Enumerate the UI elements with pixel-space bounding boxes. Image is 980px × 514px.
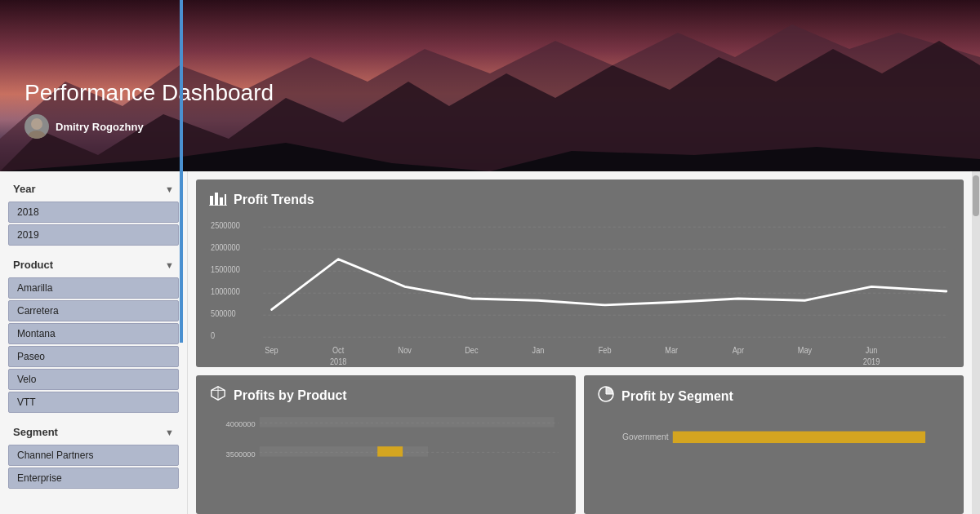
svg-text:0: 0 — [211, 331, 215, 341]
product-item-carretera[interactable]: Carretera — [8, 300, 179, 321]
svg-rect-6 — [210, 196, 213, 206]
svg-rect-7 — [215, 193, 218, 206]
svg-text:Dec: Dec — [465, 346, 478, 356]
profit-by-segment-chart: Government — [597, 415, 951, 497]
product-item-montana[interactable]: Montana — [8, 323, 179, 344]
svg-rect-49 — [673, 432, 925, 443]
svg-text:Mar: Mar — [665, 346, 679, 356]
segment-item-channel-partners[interactable]: Channel Partners — [8, 445, 179, 466]
profit-trends-card: Profit Trends 2500000 2000000 1500000 10… — [196, 179, 964, 367]
svg-rect-44 — [377, 446, 403, 456]
profit-by-segment-header: Profit by Segment — [597, 385, 951, 407]
svg-text:1500000: 1500000 — [211, 265, 240, 275]
bottom-charts: Profits by Product 4000000 3500000 — [196, 375, 964, 514]
year-item-2018[interactable]: 2018 — [8, 202, 179, 223]
profits-by-product-chart: 4000000 3500000 — [209, 414, 563, 495]
segment-item-enterprise[interactable]: Enterprise — [8, 467, 179, 489]
profit-trends-title: Profit Trends — [234, 193, 314, 207]
left-accent-bar — [180, 0, 183, 343]
svg-text:Feb: Feb — [599, 346, 612, 356]
avatar — [24, 114, 49, 139]
svg-text:500000: 500000 — [211, 309, 236, 319]
header: Performance Dashboard Dmitry Rogozhny — [0, 0, 980, 171]
product-filter-label: Product — [13, 259, 53, 271]
product-filter-section: Product ▼ Amarilla Carretera Montana Pas… — [8, 255, 179, 413]
page-title: Performance Dashboard — [24, 80, 274, 106]
product-item-amarilla[interactable]: Amarilla — [8, 277, 179, 299]
svg-text:2000000: 2000000 — [211, 243, 240, 253]
svg-text:May: May — [798, 346, 812, 356]
scrollbar[interactable] — [972, 171, 980, 514]
svg-text:4000000: 4000000 — [226, 420, 256, 428]
svg-text:1000000: 1000000 — [211, 287, 240, 297]
profit-trends-header: Profit Trends — [209, 189, 951, 210]
svg-text:Jun: Jun — [866, 346, 878, 356]
svg-text:2500000: 2500000 — [211, 221, 240, 231]
profit-by-segment-title: Profit by Segment — [621, 389, 733, 404]
segment-filter-label: Segment — [13, 426, 58, 438]
year-filter-section: Year ▼ 2018 2019 — [8, 179, 179, 246]
profits-by-product-title: Profits by Product — [234, 388, 347, 403]
profit-trends-chart: 2500000 2000000 1500000 1000000 500000 0… — [209, 218, 951, 365]
svg-rect-8 — [220, 197, 223, 206]
svg-text:Nov: Nov — [399, 346, 412, 356]
svg-text:Apr: Apr — [733, 346, 745, 356]
svg-text:Government: Government — [622, 432, 669, 441]
svg-text:Jan: Jan — [532, 346, 545, 356]
profits-by-product-card: Profits by Product 4000000 3500000 — [196, 375, 576, 514]
segment-filter-section: Segment ▼ Channel Partners Enterprise — [8, 423, 179, 489]
product-filter-icon[interactable]: ▼ — [165, 260, 174, 270]
main-content: Year ▼ 2018 2019 Product ▼ Amarilla Carr… — [0, 171, 980, 514]
pie-chart-icon — [597, 385, 615, 407]
svg-text:3500000: 3500000 — [226, 450, 256, 459]
svg-text:Oct: Oct — [332, 346, 345, 356]
sidebar: Year ▼ 2018 2019 Product ▼ Amarilla Carr… — [0, 171, 188, 514]
bar-chart-icon — [209, 189, 227, 210]
product-item-vtt[interactable]: VTT — [8, 392, 179, 413]
charts-area: Profit Trends 2500000 2000000 1500000 10… — [188, 171, 972, 514]
year-filter-label: Year — [13, 183, 35, 195]
box-icon — [209, 385, 227, 405]
user-name: Dmitry Rogozhny — [56, 121, 144, 133]
year-item-2019[interactable]: 2019 — [8, 224, 179, 246]
segment-filter-header: Segment ▼ — [8, 423, 179, 441]
profit-by-segment-card: Profit by Segment Government — [584, 375, 964, 514]
profits-by-product-header: Profits by Product — [209, 385, 563, 405]
svg-rect-9 — [225, 194, 226, 206]
svg-point-5 — [28, 131, 46, 139]
segment-filter-icon[interactable]: ▼ — [165, 428, 174, 437]
product-filter-header: Product ▼ — [8, 255, 179, 274]
scroll-thumb[interactable] — [973, 175, 979, 216]
year-filter-header: Year ▼ — [8, 179, 179, 198]
product-item-velo[interactable]: Velo — [8, 369, 179, 390]
year-filter-icon[interactable]: ▼ — [165, 184, 174, 194]
svg-text:Sep: Sep — [265, 346, 278, 356]
svg-rect-42 — [260, 417, 555, 427]
svg-point-4 — [31, 118, 42, 130]
svg-text:2018: 2018 — [330, 357, 346, 365]
user-info: Dmitry Rogozhny — [24, 114, 274, 139]
product-item-paseo[interactable]: Paseo — [8, 346, 179, 367]
svg-text:2019: 2019 — [863, 357, 880, 365]
